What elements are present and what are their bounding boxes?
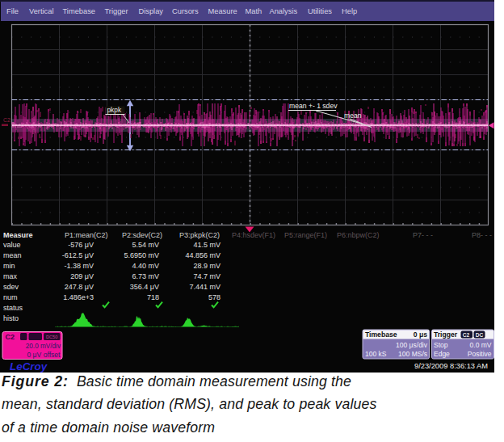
svg-text:P5:range(F1): P5:range(F1) [284, 231, 327, 239]
svg-text:Vertical: Vertical [29, 7, 54, 15]
svg-text:P7- - -: P7- - - [413, 231, 433, 239]
svg-text:P6:nbpw(C2): P6:nbpw(C2) [337, 231, 380, 239]
svg-text:Timebase: Timebase [365, 330, 397, 339]
svg-text:Trigger: Trigger [105, 7, 128, 15]
svg-text:4.40 mV: 4.40 mV [132, 262, 159, 270]
svg-text:DC: DC [476, 332, 484, 338]
svg-text:DC50: DC50 [46, 335, 57, 339]
svg-text:mean +- 1 sdev: mean +- 1 sdev [289, 102, 338, 110]
svg-text:histo: histo [3, 314, 19, 322]
svg-text:mean: mean [3, 251, 22, 259]
svg-text:718: 718 [147, 293, 159, 301]
svg-text:Math: Math [246, 7, 262, 15]
svg-text:Trigger: Trigger [434, 330, 458, 339]
svg-text:Cursors: Cursors [172, 7, 199, 15]
svg-text:5.6950 mV: 5.6950 mV [124, 251, 159, 259]
svg-text:Timebase: Timebase [63, 7, 95, 15]
svg-text:P8- - -: P8- - - [472, 231, 492, 239]
svg-text:5.54 mV: 5.54 mV [132, 241, 159, 249]
svg-text:Measure: Measure [208, 7, 237, 15]
svg-text:6.73 mV: 6.73 mV [132, 272, 159, 280]
svg-text:File: File [6, 7, 19, 15]
svg-text:0 μs: 0 μs [414, 330, 427, 339]
svg-text:max: max [3, 272, 18, 280]
svg-text:Help: Help [342, 7, 357, 15]
svg-text:Edge: Edge [434, 350, 450, 358]
svg-text:status: status [3, 304, 23, 312]
svg-text:value: value [3, 241, 21, 249]
svg-text:100 MS/s: 100 MS/s [398, 350, 427, 358]
svg-text:Positive: Positive [468, 350, 492, 358]
svg-text:num: num [3, 293, 18, 301]
svg-text:Display: Display [139, 7, 164, 15]
svg-text:9/23/2009 8:36:13 AM: 9/23/2009 8:36:13 AM [414, 362, 488, 370]
svg-text:sdev: sdev [3, 283, 19, 291]
svg-text:41.5 mV: 41.5 mV [193, 241, 220, 249]
svg-text:pkpk: pkpk [107, 106, 122, 114]
svg-text:Utilities: Utilities [308, 7, 332, 15]
svg-text:C2: C2 [3, 117, 10, 123]
svg-text:mean: mean [344, 112, 362, 120]
svg-text:247.8 μV: 247.8 μV [65, 283, 94, 291]
svg-text:-576 μV: -576 μV [68, 241, 94, 249]
svg-text:P1:mean(C2): P1:mean(C2) [65, 231, 108, 239]
svg-text:356.4 μV: 356.4 μV [130, 283, 159, 291]
svg-text:100 μs/div: 100 μs/div [396, 341, 428, 349]
svg-text:20.0 mV/div: 20.0 mV/div [26, 343, 61, 350]
svg-text:209 μV: 209 μV [70, 272, 94, 280]
svg-text:Stop: Stop [434, 341, 448, 349]
svg-text:P2:sdev(C2): P2:sdev(C2) [122, 231, 162, 239]
svg-text:28.9 mV: 28.9 mV [193, 262, 220, 270]
svg-text:Analysis: Analysis [270, 7, 298, 15]
svg-text:44.856 mV: 44.856 mV [185, 251, 220, 259]
svg-text:C2: C2 [463, 332, 470, 338]
svg-text:min: min [3, 262, 15, 270]
svg-text:7.441 mV: 7.441 mV [189, 283, 220, 291]
svg-text:100 kS: 100 kS [365, 350, 387, 358]
svg-text:578: 578 [208, 293, 220, 301]
svg-text:1.486e+3: 1.486e+3 [63, 293, 94, 301]
svg-text:0.0 mV: 0.0 mV [470, 341, 492, 349]
svg-text:Measure: Measure [3, 231, 33, 239]
svg-text:-612.5 μV: -612.5 μV [62, 251, 94, 259]
svg-text:C2: C2 [6, 333, 15, 341]
svg-text:74.7 mV: 74.7 mV [193, 272, 220, 280]
svg-text:0 μV offset: 0 μV offset [27, 351, 61, 359]
svg-text:-1.38 mV: -1.38 mV [64, 262, 94, 270]
svg-text:P3:pkpk(C2): P3:pkpk(C2) [179, 231, 220, 239]
svg-text:P4:hsdev(F1): P4:hsdev(F1) [232, 231, 275, 239]
